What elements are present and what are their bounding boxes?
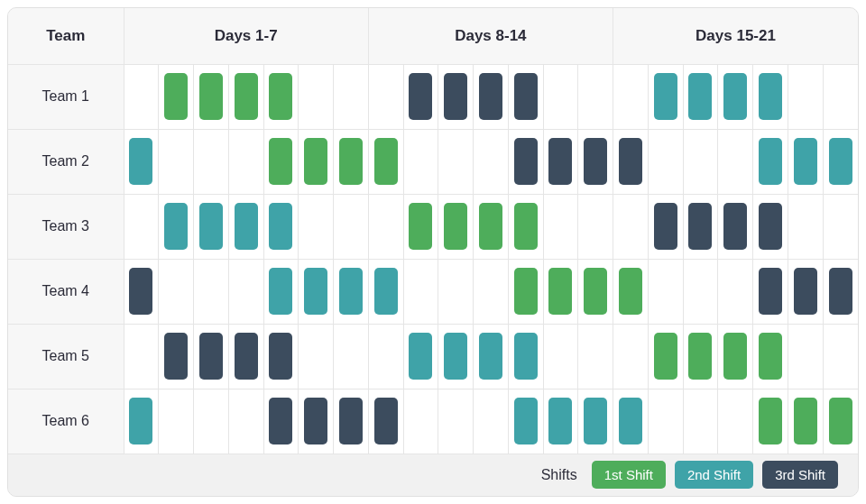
shift-chip bbox=[514, 333, 538, 380]
shift-chip bbox=[759, 73, 782, 120]
day-cell bbox=[263, 64, 299, 129]
row-header-team: Team 4 bbox=[8, 259, 124, 324]
day-cell bbox=[753, 64, 788, 129]
day-cell bbox=[194, 194, 229, 259]
schedule-table: Team Days 1-7 Days 8-14 Days 15-21 Team … bbox=[8, 8, 858, 454]
shift-chip bbox=[723, 333, 747, 380]
day-cell bbox=[578, 324, 613, 389]
day-cell bbox=[159, 259, 194, 324]
day-cell bbox=[299, 324, 334, 389]
day-cell bbox=[334, 194, 369, 259]
header-row: Team Days 1-7 Days 8-14 Days 15-21 bbox=[8, 8, 858, 64]
day-cell bbox=[718, 259, 753, 324]
shift-chip bbox=[199, 333, 223, 380]
shift-chip bbox=[269, 73, 292, 120]
day-cell bbox=[263, 194, 299, 259]
day-cell bbox=[648, 129, 683, 194]
day-cell bbox=[823, 259, 858, 324]
day-cell bbox=[124, 389, 159, 454]
day-cell bbox=[368, 129, 403, 194]
shift-chip bbox=[269, 138, 292, 185]
shift-chip bbox=[269, 398, 292, 444]
row-header-team: Team 6 bbox=[8, 389, 124, 454]
shift-chip bbox=[514, 138, 538, 185]
day-cell bbox=[683, 64, 718, 129]
day-cell bbox=[403, 194, 438, 259]
day-cell bbox=[159, 64, 194, 129]
shift-chip bbox=[584, 398, 607, 444]
day-cell bbox=[438, 324, 474, 389]
shift-chip bbox=[794, 398, 817, 444]
shift-chip bbox=[619, 398, 642, 444]
day-cell bbox=[718, 129, 753, 194]
day-cell bbox=[474, 194, 509, 259]
day-cell bbox=[299, 389, 334, 454]
legend-chip: 2nd Shift bbox=[675, 461, 753, 489]
shift-chip bbox=[304, 268, 327, 315]
day-cell bbox=[159, 194, 194, 259]
day-cell bbox=[403, 129, 438, 194]
day-cell bbox=[648, 259, 683, 324]
day-cell bbox=[613, 64, 649, 129]
shift-chip bbox=[548, 138, 572, 185]
day-cell bbox=[753, 129, 788, 194]
shift-chip bbox=[409, 333, 432, 380]
day-cell bbox=[508, 194, 543, 259]
shift-chip bbox=[304, 398, 327, 444]
day-cell bbox=[543, 129, 578, 194]
table-row: Team 2 bbox=[8, 129, 858, 194]
shift-chip bbox=[339, 398, 363, 444]
legend: Shifts 1st Shift2nd Shift3rd Shift bbox=[8, 454, 858, 497]
day-cell bbox=[508, 259, 543, 324]
shift-chip bbox=[584, 268, 607, 315]
shift-chip bbox=[654, 333, 677, 380]
shift-chip bbox=[269, 203, 292, 250]
day-cell bbox=[543, 194, 578, 259]
day-cell bbox=[438, 259, 474, 324]
day-cell bbox=[543, 324, 578, 389]
day-cell bbox=[299, 259, 334, 324]
day-cell bbox=[718, 324, 753, 389]
table-row: Team 1 bbox=[8, 64, 858, 129]
table-row: Team 3 bbox=[8, 194, 858, 259]
day-cell bbox=[334, 129, 369, 194]
shift-chip bbox=[794, 268, 817, 315]
day-cell bbox=[823, 194, 858, 259]
day-cell bbox=[788, 259, 823, 324]
day-cell bbox=[368, 194, 403, 259]
day-cell bbox=[543, 64, 578, 129]
table-row: Team 4 bbox=[8, 259, 858, 324]
day-cell bbox=[578, 129, 613, 194]
day-cell bbox=[788, 194, 823, 259]
shift-chip bbox=[444, 73, 467, 120]
day-cell bbox=[718, 389, 753, 454]
day-cell bbox=[474, 129, 509, 194]
shift-chip bbox=[723, 203, 747, 250]
row-header-team: Team 2 bbox=[8, 129, 124, 194]
day-cell bbox=[474, 259, 509, 324]
day-cell bbox=[718, 64, 753, 129]
day-cell bbox=[368, 64, 403, 129]
day-cell bbox=[228, 194, 263, 259]
shift-chip bbox=[514, 268, 538, 315]
day-cell bbox=[683, 389, 718, 454]
day-cell bbox=[228, 129, 263, 194]
shift-chip bbox=[514, 398, 538, 444]
schedule-card: Team Days 1-7 Days 8-14 Days 15-21 Team … bbox=[7, 7, 859, 497]
day-cell bbox=[438, 389, 474, 454]
day-cell bbox=[334, 324, 369, 389]
day-cell bbox=[368, 324, 403, 389]
shift-chip bbox=[619, 268, 642, 315]
day-cell bbox=[299, 64, 334, 129]
day-cell bbox=[403, 324, 438, 389]
day-cell bbox=[159, 324, 194, 389]
row-header-team: Team 5 bbox=[8, 324, 124, 389]
day-cell bbox=[648, 64, 683, 129]
day-cell bbox=[194, 259, 229, 324]
day-cell bbox=[508, 64, 543, 129]
shift-chip bbox=[548, 398, 572, 444]
day-cell bbox=[474, 64, 509, 129]
shift-chip bbox=[409, 203, 432, 250]
table-row: Team 5 bbox=[8, 324, 858, 389]
shift-chip bbox=[584, 138, 607, 185]
